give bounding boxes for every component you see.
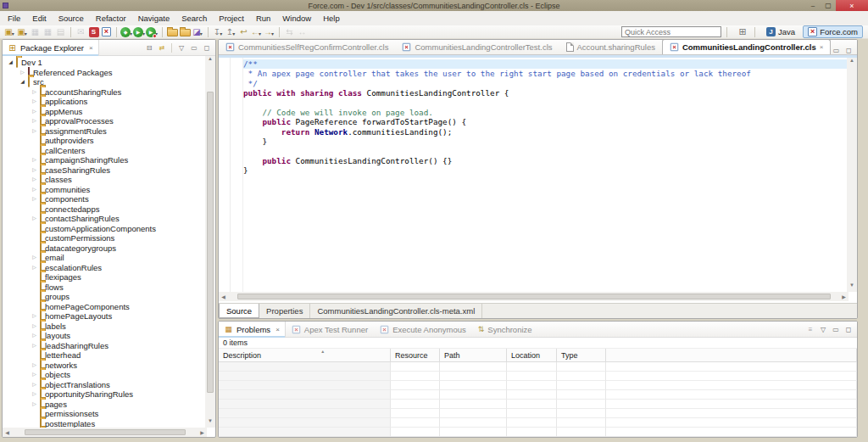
tree-item-referenced-packages[interactable]: ▷Referenced Packages xyxy=(3,68,215,78)
tree-item-escalationrules[interactable]: ▷escalationRules xyxy=(3,263,215,273)
collapse-all-icon[interactable]: ⊟ xyxy=(144,44,154,52)
expand-arrow-icon[interactable]: ▷ xyxy=(30,155,39,165)
close-button[interactable]: × xyxy=(836,0,868,11)
dropdown-arrow-icon[interactable]: ▾ xyxy=(12,31,14,36)
expand-arrow-icon[interactable]: ▷ xyxy=(30,341,39,351)
expand-arrow-icon[interactable]: ▷ xyxy=(30,322,39,332)
tree-item-labels[interactable]: ▷labels xyxy=(3,322,215,332)
tab-execute-anonymous[interactable]: ×Execute Anonymous xyxy=(374,322,472,338)
back-history-icon[interactable]: ←▾ xyxy=(250,26,263,38)
expand-arrow-icon[interactable]: ▷ xyxy=(30,331,39,341)
dropdown-arrow-icon[interactable]: ▾ xyxy=(271,31,274,36)
tree-item-accountsharingrules[interactable]: ▷accountSharingRules xyxy=(3,87,215,98)
expand-arrow-icon[interactable]: ▷ xyxy=(30,165,39,176)
tree-item-assignmentrules[interactable]: ▷assignmentRules xyxy=(3,126,215,137)
tree-item-communities[interactable]: ▷communities xyxy=(3,185,215,195)
expand-arrow-icon[interactable]: ▷ xyxy=(30,380,39,390)
maximize-icon[interactable]: ◻ xyxy=(843,47,854,54)
tree-horizontal-scrollbar[interactable]: ◀ ▶ xyxy=(3,428,207,437)
new-force-project-icon[interactable]: ▣▾ xyxy=(16,26,29,38)
maximize-button[interactable]: ▢ xyxy=(821,0,836,11)
tree-item-authproviders[interactable]: authproviders xyxy=(3,136,215,146)
dropdown-arrow-icon[interactable]: ▾ xyxy=(232,31,235,36)
expand-arrow-icon[interactable]: ▷ xyxy=(30,194,39,204)
tree-item-customapplicationcomponents[interactable]: customApplicationComponents xyxy=(3,224,215,234)
scrollbar-thumb[interactable] xyxy=(237,294,831,299)
menu-run[interactable]: Run xyxy=(250,12,276,25)
quick-access-input[interactable] xyxy=(621,26,721,37)
menu-search[interactable]: Search xyxy=(175,12,213,25)
menu-help[interactable]: Help xyxy=(317,12,346,25)
scroll-right-icon[interactable]: ▶ xyxy=(839,294,849,299)
perspective-java[interactable]: JJava xyxy=(762,26,799,37)
debug-icon[interactable]: ◆▾ xyxy=(120,26,133,38)
editor-vertical-scrollbar[interactable]: ▲ ▼ xyxy=(847,58,857,292)
tree-item-email[interactable]: ▷email xyxy=(3,253,215,263)
tree-item-leadsharingrules[interactable]: ▷leadSharingRules xyxy=(3,341,215,351)
expand-arrow-icon[interactable]: ▷ xyxy=(30,361,39,371)
tree-item-posttemplates[interactable]: posttemplates xyxy=(3,419,215,428)
scroll-up-icon[interactable]: ▲ xyxy=(208,56,213,65)
schema-browser-icon[interactable]: S xyxy=(87,26,100,38)
view-menu-icon[interactable]: ▽ xyxy=(818,326,828,333)
editor-tab-account-sharingrules[interactable]: Account.sharingRules xyxy=(559,39,662,54)
scrollbar-thumb[interactable] xyxy=(207,92,214,393)
tree-item-applications[interactable]: ▷applications xyxy=(3,97,215,107)
expand-arrow-icon[interactable]: ▷ xyxy=(30,389,39,400)
tab-problems[interactable]: ▦Problems× xyxy=(219,322,286,338)
expand-arrow-icon[interactable]: ▷ xyxy=(30,185,39,195)
expand-arrow-icon[interactable]: ▷ xyxy=(30,175,39,185)
perspective-forcecom[interactable]: ×Force.com xyxy=(803,25,863,38)
expand-arrow-icon[interactable]: ▷ xyxy=(30,253,39,263)
expand-arrow-icon[interactable]: ▷ xyxy=(30,263,39,273)
tree-item-appmenus[interactable]: ▷appMenus xyxy=(3,107,215,117)
tree-item-contactsharingrules[interactable]: ▷contactSharingRules xyxy=(3,214,215,224)
minimize-button[interactable]: – xyxy=(805,0,821,11)
menu-project[interactable]: Project xyxy=(213,12,250,25)
expand-arrow-icon[interactable]: ▷ xyxy=(18,68,27,78)
filters-icon[interactable]: ≡ xyxy=(805,326,815,333)
titlebar[interactable]: Force.com - Dev 1/src/classes/Communitie… xyxy=(0,0,868,11)
column-header-path[interactable]: Path xyxy=(440,349,507,361)
tab-synchronize[interactable]: ⇅Synchronize xyxy=(472,322,538,338)
code-text[interactable]: /** * An apex page controller that takes… xyxy=(243,58,857,292)
column-header-type[interactable]: Type xyxy=(557,349,606,361)
column-header-location[interactable]: Location xyxy=(507,349,557,361)
minimize-icon[interactable]: ▭ xyxy=(831,47,841,54)
scroll-right-icon[interactable]: ▶ xyxy=(198,429,207,435)
scroll-down-icon[interactable]: ▼ xyxy=(208,418,213,428)
tree-item-callcenters[interactable]: callCenters xyxy=(3,146,215,156)
tree-item-opportunitysharingrules[interactable]: ▷opportunitySharingRules xyxy=(3,389,215,400)
page-tab-communitieslandingcontroller-cls-meta-xml[interactable]: CommunitiesLandingController.cls-meta.xm… xyxy=(310,304,482,318)
tree-item-src[interactable]: ◢src xyxy=(3,77,215,87)
tree-item-campaignsharingrules[interactable]: ▷campaignSharingRules xyxy=(3,155,215,165)
forward-history-icon[interactable]: →▾ xyxy=(263,26,275,38)
menu-source[interactable]: Source xyxy=(53,12,90,25)
expand-arrow-icon[interactable]: ▷ xyxy=(30,370,39,380)
previous-annotation-icon[interactable]: ↥▾ xyxy=(225,26,237,38)
new-wizard-icon[interactable]: ▣▾ xyxy=(3,26,16,38)
open-type-icon[interactable] xyxy=(179,26,192,38)
tree-item-dev-1[interactable]: ◢Dev 1 xyxy=(3,58,215,68)
scroll-up-icon[interactable]: ▲ xyxy=(849,58,854,67)
collapse-arrow-icon[interactable]: ◢ xyxy=(6,58,15,68)
column-header-description[interactable]: Description▴ xyxy=(219,349,391,361)
dropdown-arrow-icon[interactable]: ▾ xyxy=(220,31,222,36)
menu-file[interactable]: File xyxy=(2,12,26,25)
menu-navigate[interactable]: Navigate xyxy=(132,12,176,25)
tree-item-networks[interactable]: ▷networks xyxy=(3,361,215,371)
scroll-left-icon[interactable]: ◀ xyxy=(219,294,228,299)
maximize-icon[interactable]: ◻ xyxy=(843,326,854,333)
dropdown-arrow-icon[interactable]: ▾ xyxy=(25,31,27,36)
minimize-icon[interactable]: ▭ xyxy=(831,326,841,333)
close-icon[interactable]: × xyxy=(89,44,93,52)
scroll-left-icon[interactable]: ◀ xyxy=(3,429,12,435)
view-menu-icon[interactable]: ▽ xyxy=(176,44,186,52)
column-header-resource[interactable]: Resource xyxy=(391,349,440,361)
editor-tab-communitieslandingcontrollertest-cls[interactable]: ×CommunitiesLandingControllerTest.cls xyxy=(395,39,559,54)
tree-item-pages[interactable]: ▷pages xyxy=(3,400,215,410)
tree-item-groups[interactable]: groups xyxy=(3,292,215,302)
expand-arrow-icon[interactable]: ▷ xyxy=(30,116,39,126)
close-icon[interactable]: × xyxy=(275,326,280,333)
scroll-down-icon[interactable]: ▼ xyxy=(849,283,854,292)
